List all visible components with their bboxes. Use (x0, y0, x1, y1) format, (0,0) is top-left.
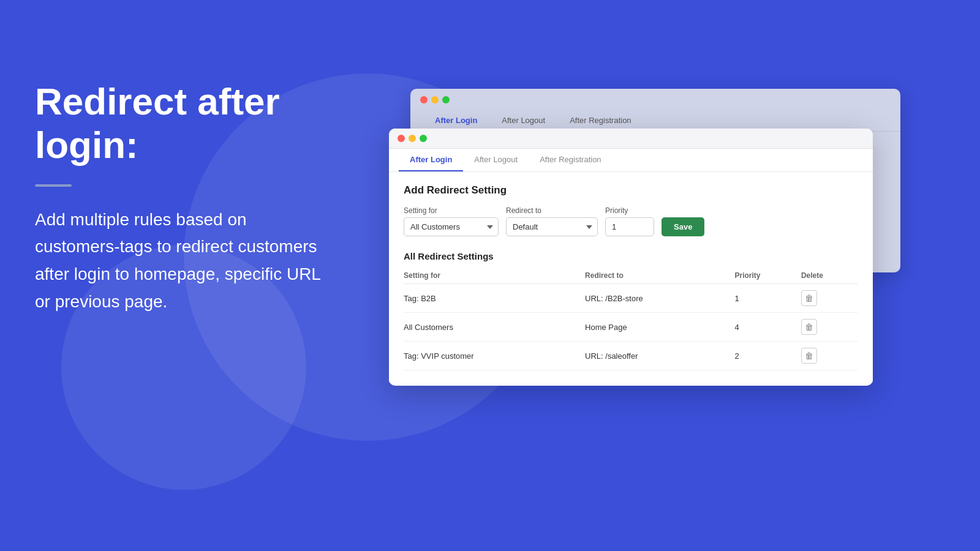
divider (35, 184, 72, 187)
col-priority: Priority (734, 268, 801, 284)
browser-bg-titlebar (410, 89, 900, 111)
col-redirect-to: Redirect to (585, 268, 734, 284)
table-row: Tag: VVIP customer URL: /saleoffer 2 🗑 (404, 342, 858, 370)
browser-titlebar (389, 129, 873, 149)
row1-priority: 1 (734, 284, 801, 313)
row3-delete-button[interactable]: 🗑 (801, 348, 817, 364)
redirect-to-select[interactable]: Default Home Page Previous Page (506, 217, 598, 236)
row2-priority: 4 (734, 313, 801, 342)
row3-setting-for: Tag: VVIP customer (404, 342, 585, 370)
dot-green-bg (442, 96, 450, 103)
add-section-title: Add Redirect Setting (404, 184, 858, 197)
dot-red-bg (420, 96, 428, 103)
main-title: Redirect after login: (35, 80, 335, 167)
setting-for-label: Setting for (404, 206, 499, 215)
browser-tabs-bar: After Login After Logout After Registrat… (389, 149, 873, 172)
dot-yellow-main (409, 135, 416, 142)
row3-redirect-to: URL: /saleoffer (585, 342, 734, 370)
row2-redirect-to: Home Page (585, 313, 734, 342)
all-settings-title: All Redirect Settings (404, 251, 858, 261)
tab-after-logout[interactable]: After Logout (463, 149, 529, 171)
priority-group: Priority (605, 206, 654, 236)
tab-after-registration[interactable]: After Registration (529, 149, 612, 171)
table-row: All Customers Home Page 4 🗑 (404, 313, 858, 342)
save-button[interactable]: Save (662, 217, 704, 236)
tab-after-login[interactable]: After Login (399, 149, 463, 171)
col-setting-for: Setting for (404, 268, 585, 284)
priority-label: Priority (605, 206, 654, 215)
row3-priority: 2 (734, 342, 801, 370)
redirect-to-label: Redirect to (506, 206, 598, 215)
settings-table: Setting for Redirect to Priority Delete … (404, 268, 858, 370)
add-form: Setting for All Customers Tag: B2B Tag: … (404, 206, 858, 236)
left-panel: Redirect after login: Add multiple rules… (35, 80, 335, 316)
priority-input[interactable] (605, 217, 654, 236)
dot-red-main (398, 135, 405, 142)
table-row: Tag: B2B URL: /B2B-store 1 🗑 (404, 284, 858, 313)
description-text: Add multiple rules based on customers-ta… (35, 206, 335, 316)
browser-main-window: After Login After Logout After Registrat… (389, 129, 873, 386)
row1-redirect-to: URL: /B2B-store (585, 284, 734, 313)
setting-for-select[interactable]: All Customers Tag: B2B Tag: VVIP custome… (404, 217, 499, 236)
setting-for-group: Setting for All Customers Tag: B2B Tag: … (404, 206, 499, 236)
redirect-to-group: Redirect to Default Home Page Previous P… (506, 206, 598, 236)
col-delete: Delete (801, 268, 858, 284)
row1-setting-for: Tag: B2B (404, 284, 585, 313)
row2-delete-button[interactable]: 🗑 (801, 319, 817, 335)
dot-green-main (420, 135, 427, 142)
row2-setting-for: All Customers (404, 313, 585, 342)
browser-content: Add Redirect Setting Setting for All Cus… (389, 172, 873, 383)
row1-delete-button[interactable]: 🗑 (801, 290, 817, 306)
dot-yellow-bg (431, 96, 439, 103)
